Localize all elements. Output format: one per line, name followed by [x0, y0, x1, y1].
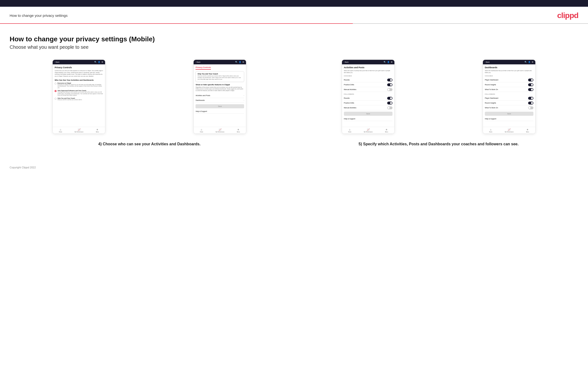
user-icon-2[interactable]: 👤: [239, 61, 241, 63]
help-row-3[interactable]: Help & Support: [344, 117, 392, 121]
right-section: ‹ Back 🔍 👤 ⚙ Activities and Posts Select…: [299, 59, 579, 147]
user-icon-4[interactable]: 👤: [528, 61, 530, 63]
save-button-4[interactable]: Save: [485, 112, 533, 116]
main-content: How to change your privacy settings (Mob…: [0, 24, 588, 156]
toggle-rounds-followers: Rounds: [344, 96, 392, 101]
toggle-player-dash-followers: Player Dashboard: [485, 96, 533, 101]
save-button-3[interactable]: Save: [344, 112, 392, 116]
drills-toggle-coaches[interactable]: [387, 83, 392, 86]
back-button-2[interactable]: ‹ Back: [196, 61, 200, 63]
radio-option-1[interactable]: Everyone on Clippd Everyone on Clippd ca…: [55, 82, 103, 89]
help-row-4[interactable]: Help & Support: [485, 117, 533, 121]
nav-home-label-3: Home: [348, 131, 351, 133]
save-button-2[interactable]: Save: [196, 104, 244, 108]
drills-label-coaches: Practice Drills: [344, 84, 354, 85]
caption-right: 5) Specify which Activities, Posts and D…: [299, 142, 579, 147]
help-label-2: Help & Support: [196, 110, 207, 112]
copyright-text: Copyright Clippd 2022: [10, 166, 36, 169]
screen4-desc: Select the dashboards that you'd like to…: [485, 70, 533, 74]
manual-label-coaches: Manual Activities: [344, 89, 356, 90]
phone-nav-4: ⌂ Home 📈 My Performance ≡ Menu: [483, 127, 535, 133]
toggle-manual-followers: Manual Activities: [344, 105, 392, 110]
menu-row-activities[interactable]: Activities and Posts ›: [196, 93, 244, 98]
activities-arrow-icon: ›: [244, 94, 244, 97]
user-icon-1[interactable]: 👤: [98, 61, 100, 63]
caption-left-text: 4) Choose who can see your Activities an…: [12, 142, 287, 147]
player-dash-toggle-followers[interactable]: [528, 97, 533, 100]
user-icon-3[interactable]: 👤: [387, 61, 389, 63]
nav-home-1[interactable]: ⌂ Home: [59, 128, 62, 133]
activities-label: Activities and Posts: [196, 95, 210, 96]
nav-menu-4[interactable]: ≡ Menu: [526, 128, 529, 133]
header: How to change your privacy settings clip…: [0, 7, 588, 23]
back-chevron-icon-2: ‹: [196, 61, 196, 63]
radio-option-3[interactable]: Only You and Your Coach Only you and the…: [55, 98, 103, 101]
back-button-1[interactable]: ‹ Back: [55, 61, 59, 63]
settings-icon-2[interactable]: ⚙: [242, 61, 244, 63]
search-icon-4[interactable]: 🔍: [525, 61, 527, 63]
screen3-desc: Select the types of activity that you'd …: [344, 70, 392, 74]
footer: Copyright Clippd 2022: [0, 156, 588, 174]
phone-screen-3: ‹ Back 🔍 👤 ⚙ Activities and Posts Select…: [342, 59, 395, 134]
nav-performance-2[interactable]: 📈 My Performance: [216, 128, 224, 133]
rounds-label-coaches: Rounds: [344, 79, 350, 81]
dropdown-card-2: Only You and Your Coach Only you and the…: [196, 71, 244, 82]
nav-perf-label-4: My Performance: [505, 131, 514, 133]
manual-toggle-followers[interactable]: [387, 106, 392, 109]
radio-desc-2: Only approved followers and coaches you …: [58, 91, 103, 96]
menu-row-dashboards[interactable]: Dashboards ›: [196, 98, 244, 103]
left-section: ‹ Back 🔍 👤 ⚙ Privacy Controls Control ho…: [10, 59, 289, 147]
radio-text-1: Everyone on Clippd Everyone on Clippd ca…: [58, 82, 103, 89]
round-insights-toggle-coaches[interactable]: [528, 83, 533, 86]
back-button-4[interactable]: ‹ Back: [485, 61, 490, 63]
search-icon-2[interactable]: 🔍: [235, 61, 238, 63]
settings-icon-4[interactable]: ⚙: [532, 61, 533, 63]
nav-home-2[interactable]: ⌂ Home: [200, 128, 203, 133]
nav-menu-2[interactable]: ≡ Menu: [237, 128, 240, 133]
topbar-icons-4: 🔍 👤 ⚙: [525, 61, 533, 63]
nav-performance-4[interactable]: 📈 My Performance: [505, 128, 514, 133]
phone-screen-1: ‹ Back 🔍 👤 ⚙ Privacy Controls Control ho…: [52, 59, 105, 134]
help-row-2[interactable]: Help & Support: [196, 109, 244, 114]
what-to-work-toggle-followers[interactable]: [528, 106, 533, 109]
back-button-3[interactable]: ‹ Back: [344, 61, 349, 63]
settings-icon-1[interactable]: ⚙: [102, 61, 103, 63]
nav-home-label-1: Home: [59, 131, 62, 133]
nav-home-4[interactable]: ⌂ Home: [489, 128, 492, 133]
nav-menu-label-3: Menu: [385, 131, 388, 133]
what-to-work-label-coaches: What To Work On: [485, 89, 498, 90]
radio-circle-2: [55, 90, 57, 92]
radio-option-2[interactable]: Only Approved Followers and Your Coach O…: [55, 90, 103, 96]
search-icon-3[interactable]: 🔍: [384, 61, 386, 63]
toggle-drills-coaches: Practice Drills: [344, 82, 392, 87]
nav-performance-1[interactable]: 📈 My Performance: [75, 128, 83, 133]
rounds-toggle-coaches[interactable]: [387, 79, 392, 81]
search-icon-1[interactable]: 🔍: [94, 61, 97, 63]
help-label-3: Help & Support: [344, 118, 355, 120]
rounds-toggle-followers[interactable]: [387, 97, 392, 100]
privacy-tab-2[interactable]: Privacy Controls: [196, 66, 211, 70]
drills-label-followers: Practice Drills: [344, 102, 354, 104]
settings-icon-3[interactable]: ⚙: [391, 61, 392, 63]
nav-menu-3[interactable]: ≡ Menu: [385, 128, 388, 133]
nav-home-3[interactable]: ⌂ Home: [348, 128, 351, 133]
dropdown-title-2: Only You and Your Coach: [198, 73, 242, 75]
player-dash-toggle-coaches[interactable]: [528, 79, 533, 81]
nav-menu-1[interactable]: ≡ Menu: [96, 128, 99, 133]
nav-menu-label-4: Menu: [526, 131, 529, 133]
screen1-title: Privacy Controls: [55, 66, 103, 69]
nav-menu-label-2: Menu: [237, 131, 240, 133]
screen3-title: Activities and Posts: [344, 66, 392, 69]
nav-performance-3[interactable]: 📈 My Performance: [364, 128, 373, 133]
screen1-section: Who Can See Your Activities and Dashboar…: [55, 79, 103, 81]
manual-label-followers: Manual Activities: [344, 107, 356, 108]
followers-label-4: FOLLOWERS: [485, 93, 533, 95]
phone-nav-2: ⌂ Home 📈 My Performance ≡ Menu: [194, 127, 246, 133]
manual-toggle-coaches[interactable]: [387, 88, 392, 91]
round-insights-toggle-followers[interactable]: [528, 102, 533, 104]
followers-label-3: FOLLOWERS: [344, 93, 392, 95]
back-chevron-icon-4: ‹: [485, 61, 485, 63]
what-to-work-toggle-coaches[interactable]: [528, 88, 533, 91]
drills-toggle-followers[interactable]: [387, 102, 392, 104]
page-heading: How to change your privacy settings (Mob…: [10, 35, 578, 43]
